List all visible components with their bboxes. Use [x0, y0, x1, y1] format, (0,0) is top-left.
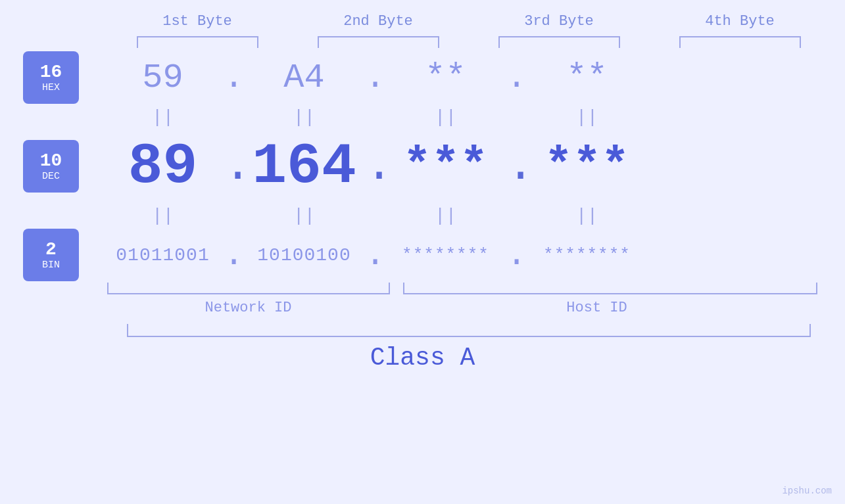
hex-dot1: .	[224, 58, 243, 97]
hex-dot3-char: .	[506, 58, 526, 97]
top-brackets	[107, 36, 831, 48]
bin-b2: 10100100	[257, 245, 350, 265]
dec-b1: 89	[128, 134, 198, 199]
hex-b2-cell: A4	[243, 58, 365, 97]
dec-b1-cell: 89	[102, 134, 224, 199]
bin-badge-base: BIN	[42, 260, 60, 271]
hex-dot1-char: .	[224, 58, 243, 97]
equals-row-1: || || || ||	[95, 104, 819, 130]
dec-dot3: .	[506, 143, 526, 190]
dec-b2-cell: 164	[243, 134, 365, 199]
hex-b2: A4	[283, 58, 324, 97]
byte-headers: 1st Byte 2nd Byte 3rd Byte 4th Byte	[107, 13, 831, 30]
bin-badge-value: 2	[45, 239, 57, 260]
eq1-b4: ||	[526, 107, 648, 127]
hex-b4-cell: **	[526, 58, 648, 97]
eq1-b1: ||	[102, 107, 224, 127]
id-labels: Network ID Host ID	[107, 300, 831, 316]
hex-badge: 16 HEX	[23, 51, 79, 104]
equals-row-2: || || || ||	[95, 202, 819, 229]
labels-column: 16 HEX 10 DEC 2 BIN	[0, 51, 95, 281]
eq2-b4: ||	[526, 206, 648, 226]
eq2-b1: ||	[102, 206, 224, 226]
bin-dot2-char: .	[365, 236, 385, 275]
bin-b3: ********	[402, 245, 489, 265]
hex-dot2: .	[365, 58, 385, 97]
hex-b1-cell: 59	[102, 58, 224, 97]
hex-badge-base: HEX	[42, 82, 60, 93]
bottom-brackets-row	[107, 283, 831, 294]
header-byte3: 3rd Byte	[487, 13, 631, 30]
hex-b3: **	[425, 58, 466, 97]
dec-dot1: .	[224, 143, 243, 190]
hex-b4: **	[566, 58, 607, 97]
header-byte4: 4th Byte	[667, 13, 812, 30]
dec-dot2: .	[365, 143, 385, 190]
dec-b3: ***	[403, 139, 489, 193]
bin-badge: 2 BIN	[23, 229, 79, 281]
bin-b4-cell: ********	[526, 245, 648, 265]
network-id-label: Network ID	[107, 300, 390, 316]
dec-b4: ***	[544, 139, 630, 193]
dec-b3-cell: ***	[385, 139, 506, 193]
eq1-b2: ||	[243, 107, 365, 127]
hex-dot3: .	[506, 58, 526, 97]
hex-dot2-char: .	[365, 58, 385, 97]
hex-b1: 59	[142, 58, 183, 97]
host-id-label: Host ID	[390, 300, 804, 316]
bracket-top-3	[498, 36, 620, 48]
dec-badge: 10 DEC	[23, 140, 79, 193]
bin-dot3-char: .	[506, 236, 526, 275]
bin-b1-cell: 01011001	[102, 245, 224, 265]
bin-b1: 01011001	[116, 245, 209, 265]
dec-dot2-char: .	[365, 143, 385, 190]
class-label: Class A	[370, 344, 475, 372]
watermark: ipshu.com	[782, 486, 832, 496]
bin-b4: ********	[543, 245, 631, 265]
dec-b2: 164	[252, 134, 356, 199]
big-bottom-bracket	[127, 324, 811, 337]
header-byte2: 2nd Byte	[306, 13, 450, 30]
eq2-b3: ||	[385, 206, 506, 226]
dec-dot1-char: .	[224, 143, 243, 190]
bin-label-spacer: 2 BIN	[23, 229, 79, 281]
data-grid: 59 . A4 . ** . **	[95, 51, 845, 281]
bin-dot3: .	[506, 236, 526, 275]
content-area: 16 HEX 10 DEC 2 BIN	[0, 51, 845, 281]
dec-row: 89 . 164 . *** . ***	[95, 130, 819, 202]
bracket-top-2	[318, 36, 439, 48]
dec-badge-value: 10	[40, 150, 62, 171]
eq1-b3: ||	[385, 107, 506, 127]
bin-dot2: .	[365, 236, 385, 275]
dec-dot3-char: .	[506, 143, 526, 190]
bracket-top-4	[679, 36, 801, 48]
eq2-b2: ||	[243, 206, 365, 226]
dec-b4-cell: ***	[526, 139, 648, 193]
bin-dot1: .	[224, 236, 243, 275]
bin-dot1-char: .	[224, 236, 243, 275]
dec-badge-base: DEC	[42, 171, 60, 182]
bracket-host	[403, 283, 817, 294]
hex-row: 59 . A4 . ** . **	[95, 51, 819, 104]
bin-row: 01011001 . 10100100 . ******** .	[95, 229, 819, 281]
bin-b3-cell: ********	[385, 245, 506, 265]
hex-badge-value: 16	[40, 62, 62, 82]
bin-b2-cell: 10100100	[243, 245, 365, 265]
bracket-network	[107, 283, 390, 294]
main-container: 1st Byte 2nd Byte 3rd Byte 4th Byte 16 H…	[0, 0, 845, 504]
dec-label-spacer: 10 DEC	[23, 130, 79, 202]
hex-label-spacer: 16 HEX	[23, 51, 79, 104]
hex-b3-cell: **	[385, 58, 506, 97]
bracket-top-1	[137, 36, 258, 48]
header-byte1: 1st Byte	[125, 13, 270, 30]
